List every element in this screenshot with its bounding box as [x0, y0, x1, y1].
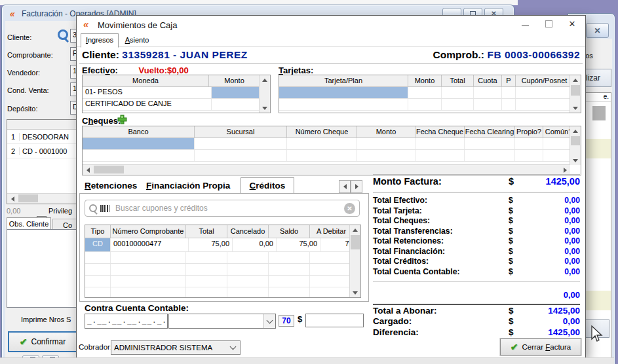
tab-scroll-left-button[interactable]: [339, 180, 351, 193]
tab-financiacion-propia[interactable]: Financiación Propia: [146, 181, 230, 191]
cell-empty[interactable]: [408, 87, 442, 98]
cuenta-mask-input[interactable]: _.__.__.__.__._.: [85, 314, 168, 329]
scroll-thumb[interactable]: [571, 85, 580, 96]
cuenta-monto-input[interactable]: [305, 314, 364, 327]
cell-empty[interactable]: [287, 150, 357, 161]
table-row[interactable]: CERTIFICADO DE CANJE: [83, 99, 270, 111]
table-row[interactable]: [279, 87, 581, 99]
col-moneda: Moneda: [83, 75, 209, 86]
cerrar-factura-button[interactable]: Cerrar Factura: [500, 338, 581, 355]
vertical-scrollbar[interactable]: [259, 75, 270, 113]
cell-empty[interactable]: [474, 99, 502, 110]
search-input[interactable]: [114, 203, 341, 213]
cell-empty[interactable]: [442, 99, 474, 110]
cancelado-cell[interactable]: 0,00: [233, 238, 277, 251]
scroll-left-icon: [87, 168, 90, 173]
search-client-icon[interactable]: [58, 29, 68, 40]
confirmar-label: Confirmar: [31, 337, 66, 346]
tab-retenciones[interactable]: Retenciones: [85, 181, 137, 191]
totals-panel: Monto Factura: $ 1425,00 Total Efectivo:…: [373, 176, 580, 277]
table-row[interactable]: [85, 252, 360, 264]
currency-sign: $: [509, 257, 513, 266]
table-row[interactable]: [279, 99, 581, 111]
add-cheque-icon[interactable]: [117, 115, 127, 124]
tipo-cell[interactable]: CD: [85, 238, 111, 251]
tab-ingresos[interactable]: Ingresos: [81, 33, 119, 48]
monto-cell-selected[interactable]: [212, 87, 263, 98]
cell-empty[interactable]: [415, 138, 465, 149]
table-row[interactable]: 2 CD - 0001000: [7, 144, 79, 158]
tab-creditos[interactable]: Créditos: [241, 177, 294, 194]
cell-empty[interactable]: [357, 138, 415, 149]
comprob-header: Comprob.: FB 0003-00066392: [433, 49, 580, 61]
cell-empty[interactable]: [502, 87, 516, 98]
close-button[interactable]: ✕: [560, 16, 584, 32]
banco-cell-selected[interactable]: [83, 138, 195, 149]
total-cell[interactable]: 75,00: [189, 238, 233, 251]
cell-empty[interactable]: [195, 150, 287, 161]
vertical-scrollbar[interactable]: [349, 225, 360, 297]
cell-empty[interactable]: [474, 87, 502, 98]
items-grid-hscrollbar[interactable]: [7, 193, 79, 204]
close-button[interactable]: ✕: [586, 23, 609, 38]
total-row-label: Total Retenciones:: [373, 236, 444, 246]
cell-empty[interactable]: [515, 138, 543, 149]
cell-empty[interactable]: [516, 99, 573, 110]
cell-empty[interactable]: [515, 150, 543, 161]
cobrador-combo[interactable]: ADMINISTRADOR SISTEMA: [111, 340, 241, 355]
table-row[interactable]: [83, 150, 581, 162]
cell-empty[interactable]: [502, 99, 516, 110]
horizontal-scrollbar[interactable]: [83, 164, 570, 175]
clear-search-icon[interactable]: ✕: [344, 203, 355, 214]
cell-empty[interactable]: [465, 150, 515, 161]
tarjeta-cell-selected[interactable]: [279, 87, 408, 98]
numero-cell[interactable]: 000100000477: [111, 238, 189, 251]
side-list-selection: [592, 106, 606, 120]
minimize-button[interactable]: [513, 16, 537, 32]
cuenta-combo[interactable]: [168, 314, 276, 329]
currency-sign: $: [509, 316, 514, 326]
scroll-thumb[interactable]: [351, 235, 360, 249]
table-row[interactable]: 01- PESOS: [83, 87, 270, 99]
tab-scroll-right-button[interactable]: [351, 180, 362, 193]
movimientos-caja-dialog: « Movimientos de Caja ✕ Ingresos Asiento…: [76, 15, 586, 358]
cell-empty[interactable]: [442, 87, 474, 98]
app-logo-icon: «: [10, 9, 13, 19]
vertical-scrollbar[interactable]: [570, 75, 581, 113]
cell-empty[interactable]: [516, 87, 573, 98]
table-row[interactable]: 1 DESODORAN: [7, 130, 79, 144]
table-row[interactable]: [85, 276, 360, 287]
tab-asiento[interactable]: Asiento: [120, 34, 154, 47]
cell-empty[interactable]: [83, 150, 195, 161]
client-value: 31359281 - JUAN PEREZ: [122, 49, 247, 60]
search-box[interactable]: ✕: [85, 200, 360, 217]
cell-empty[interactable]: [415, 150, 465, 161]
moneda-cell[interactable]: CERTIFICADO DE CANJE: [83, 99, 212, 110]
table-row[interactable]: [85, 264, 360, 276]
cell-empty[interactable]: [195, 138, 287, 149]
monto-cell[interactable]: [212, 99, 263, 110]
cell-empty[interactable]: [408, 99, 442, 110]
maximize-button[interactable]: [537, 16, 560, 32]
confirmar-button[interactable]: Confirmar: [8, 331, 77, 352]
combo-arrow-button[interactable]: [263, 314, 275, 328]
tab-obs-cliente[interactable]: Obs. Cliente: [7, 217, 51, 230]
deposito-label: Depósito:: [7, 105, 37, 113]
scroll-thumb[interactable]: [94, 166, 124, 173]
close-icon: ✕: [594, 27, 600, 35]
moneda-cell[interactable]: 01- PESOS: [83, 87, 212, 98]
vertical-scrollbar[interactable]: [570, 126, 581, 165]
currency-sign: $: [509, 306, 514, 316]
cell-empty[interactable]: [279, 99, 408, 110]
cell-empty[interactable]: [465, 138, 515, 149]
saldo-cell[interactable]: 75,00: [277, 238, 320, 251]
cuenta-code-box[interactable]: 70: [279, 315, 294, 327]
credit-row[interactable]: CD 000100000477 75,00 0,00 75,00 75,00: [85, 238, 360, 252]
cell-empty[interactable]: [287, 138, 357, 149]
table-row[interactable]: [83, 138, 581, 150]
obs-cliente-textarea[interactable]: [7, 229, 80, 308]
cell-empty[interactable]: [357, 150, 415, 161]
table-row[interactable]: [85, 287, 360, 298]
scroll-thumb[interactable]: [571, 136, 580, 145]
efectivo-table: Moneda Monto 01- PESOS CERTIFICADO DE CA…: [82, 75, 271, 113]
